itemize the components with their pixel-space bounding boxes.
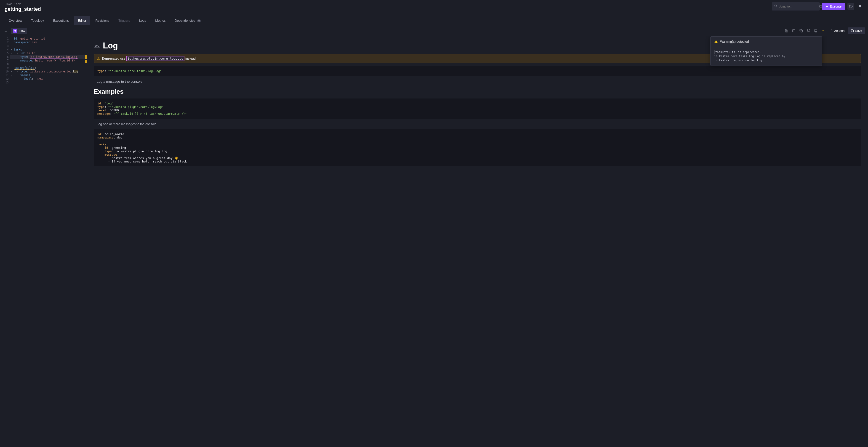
tree-icon[interactable] <box>805 28 811 34</box>
search-input[interactable] <box>779 5 817 8</box>
execute-button[interactable]: Execute <box>822 3 845 10</box>
examples-header: Examples <box>94 88 861 95</box>
tab-editor[interactable]: Editor <box>74 16 91 25</box>
svg-point-0 <box>775 5 777 7</box>
warn-icon: ⚠ <box>97 57 100 60</box>
tabs: Overview Topology Executions Editor Revi… <box>0 16 868 25</box>
svg-point-14 <box>807 30 808 30</box>
breadcrumb-sep: / <box>14 2 14 6</box>
svg-line-1 <box>776 7 777 7</box>
book-icon[interactable] <box>812 28 819 34</box>
dependencies-badge: 0 <box>197 20 201 22</box>
svg-point-4 <box>821 6 821 6</box>
svg-point-5 <box>822 6 822 6</box>
warning-icon[interactable]: ⚠ <box>820 28 826 34</box>
tab-overview[interactable]: Overview <box>5 16 26 25</box>
doc-pane: LOG Log ⚠ Deprecated use io.kestra.plugi… <box>87 36 868 447</box>
code-editor[interactable]: 1 2 3 4▾ 5▾ 6 7 8 9 10▾ 11▾ 12 13 id: ge… <box>0 36 87 447</box>
breadcrumb: Flows / dev <box>5 2 41 6</box>
svg-point-7 <box>851 7 851 7</box>
breadcrumb-flows[interactable]: Flows <box>5 2 12 6</box>
tab-topology[interactable]: Topology <box>27 16 48 25</box>
gutter: 1 2 3 4▾ 5▾ 6 7 8 9 10▾ 11▾ 12 13 <box>0 36 9 85</box>
example-2: id: hello_world namespace: dev tasks: - … <box>94 129 861 166</box>
actions-button[interactable]: ⋮ Actions <box>827 27 847 34</box>
minimap-marker <box>85 60 87 63</box>
doc-title: Log <box>103 41 118 51</box>
warning-popup: Warning(s) detected taskDefaults is depr… <box>710 36 822 66</box>
warn-triangle-icon <box>714 40 718 43</box>
bell-button[interactable] <box>857 3 863 10</box>
save-button[interactable]: Save <box>848 27 865 34</box>
layout-icon[interactable] <box>790 28 797 34</box>
search-box[interactable]: Ctrl/Cmd + K <box>772 2 820 10</box>
popup-title: Warning(s) detected <box>720 40 749 43</box>
page-title: getting_started <box>5 6 41 12</box>
svg-point-16 <box>809 30 810 30</box>
tab-triggers[interactable]: Triggers <box>114 16 134 25</box>
flow-icon <box>13 29 18 33</box>
copy-icon[interactable] <box>798 28 804 34</box>
export-icon[interactable] <box>783 28 789 34</box>
flow-chip[interactable]: Flow <box>11 28 27 34</box>
tab-logs[interactable]: Logs <box>135 16 150 25</box>
tab-dependencies[interactable]: Dependencies 0 <box>170 16 205 25</box>
doc-desc: Log a message to the console. <box>94 79 861 84</box>
breadcrumb-namespace[interactable]: dev <box>16 2 21 6</box>
svg-rect-13 <box>801 30 803 32</box>
search-icon <box>774 4 777 8</box>
sidebar-toggle-icon[interactable] <box>3 28 9 34</box>
code-lines[interactable]: id: getting_started namespace: dev tasks… <box>9 36 87 85</box>
example-1-desc: Log one or more messages to the console. <box>94 122 861 126</box>
help-button[interactable] <box>847 3 854 10</box>
tab-revisions[interactable]: Revisions <box>91 16 113 25</box>
type-block: type: "io.kestra.core.tasks.log.Log" <box>94 66 861 76</box>
example-1: id: "log" type: "io.kestra.plugin.core.l… <box>94 98 861 119</box>
log-badge: LOG <box>94 44 100 48</box>
svg-point-15 <box>809 31 810 32</box>
tab-executions[interactable]: Executions <box>49 16 73 25</box>
tab-metrics[interactable]: Metrics <box>151 16 169 25</box>
